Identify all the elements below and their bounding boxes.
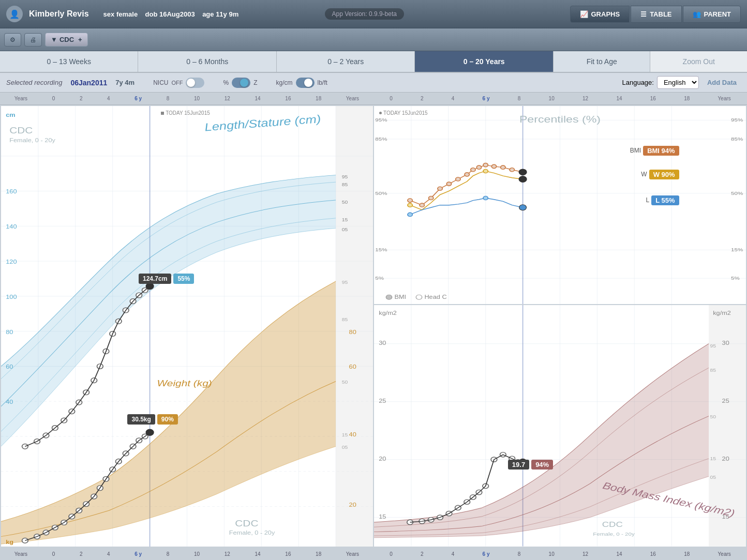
svg-text:BMI: BMI bbox=[394, 295, 406, 300]
length-value: 124.7cm bbox=[139, 274, 171, 284]
svg-point-122 bbox=[501, 165, 505, 169]
parent-button[interactable]: 👥 PARENT bbox=[683, 6, 741, 23]
language-selector: Language: English bbox=[622, 76, 698, 89]
svg-text:85: 85 bbox=[710, 368, 716, 373]
svg-text:60: 60 bbox=[349, 364, 357, 370]
length-percentile: 55% bbox=[173, 274, 194, 284]
svg-text:95: 95 bbox=[342, 174, 348, 179]
nicu-toggle[interactable] bbox=[186, 78, 204, 88]
svg-text:95%: 95% bbox=[375, 117, 387, 123]
svg-text:kg/m2: kg/m2 bbox=[379, 310, 397, 316]
sex-label: sex bbox=[103, 10, 116, 18]
weight-value: 30.5kg bbox=[127, 414, 155, 425]
settings-button[interactable]: ⚙ bbox=[4, 33, 21, 47]
svg-point-127 bbox=[519, 176, 527, 182]
svg-point-121 bbox=[491, 164, 496, 168]
pct-toggle-group: % Z bbox=[223, 78, 257, 88]
svg-point-120 bbox=[483, 163, 488, 167]
svg-text:95%: 95% bbox=[731, 117, 743, 123]
svg-text:CDC: CDC bbox=[602, 520, 623, 529]
nicu-toggle-group: NICU OFF bbox=[153, 78, 204, 88]
parent-icon: 👥 bbox=[693, 10, 701, 18]
dropdown-icon: ▼ bbox=[51, 36, 57, 43]
svg-text:60: 60 bbox=[6, 364, 13, 370]
weight-badge: W W 90% bbox=[641, 170, 679, 179]
svg-text:kg: kg bbox=[6, 539, 13, 545]
graphs-button[interactable]: 📈 GRAPHS bbox=[570, 6, 630, 23]
pct-label: % bbox=[223, 79, 229, 86]
svg-text:15%: 15% bbox=[375, 247, 387, 252]
svg-text:kg/m2: kg/m2 bbox=[713, 310, 731, 316]
unit-toggle[interactable] bbox=[296, 78, 315, 88]
svg-text:95: 95 bbox=[342, 280, 348, 285]
svg-text:80: 80 bbox=[349, 329, 357, 335]
svg-point-111 bbox=[408, 199, 412, 202]
svg-point-125 bbox=[408, 203, 412, 207]
svg-text:Weight (kg): Weight (kg) bbox=[157, 379, 212, 388]
patient-name: Kimberly Revis bbox=[29, 9, 89, 19]
add-data-button[interactable]: Add Data bbox=[707, 79, 737, 86]
tab-13weeks[interactable]: 0 – 13 Weeks bbox=[0, 51, 138, 72]
svg-text:20: 20 bbox=[722, 457, 729, 462]
svg-point-115 bbox=[446, 182, 451, 186]
x-axis-top: Years 0 2 4 6 y 8 10 12 14 16 18 Years 0… bbox=[0, 93, 747, 105]
avatar: 👤 bbox=[6, 6, 23, 22]
header: 👤 Kimberly Revis sex female dob 16Aug200… bbox=[0, 0, 747, 28]
svg-text:15: 15 bbox=[342, 217, 348, 222]
svg-text:Female, 0 - 20y: Female, 0 - 20y bbox=[229, 529, 275, 536]
lang-label: Language: bbox=[622, 79, 653, 86]
pct-toggle[interactable] bbox=[232, 78, 250, 88]
svg-point-134 bbox=[416, 295, 422, 299]
cdc-selector[interactable]: ▼ CDC + bbox=[45, 33, 88, 47]
svg-point-117 bbox=[465, 173, 469, 176]
svg-text:20: 20 bbox=[379, 457, 386, 462]
svg-point-114 bbox=[438, 187, 442, 190]
svg-text:Female, 0 - 20y: Female, 0 - 20y bbox=[9, 137, 55, 143]
svg-text:140: 140 bbox=[6, 223, 17, 230]
right-axis-top: 0 2 4 6 y 8 10 12 14 16 18 Years bbox=[374, 96, 747, 101]
svg-point-129 bbox=[483, 196, 488, 200]
length-tooltip: 124.7cm 55% bbox=[139, 274, 194, 284]
svg-text:Female, 0 - 20y: Female, 0 - 20y bbox=[593, 532, 635, 537]
svg-text:15: 15 bbox=[342, 432, 348, 437]
zoom-out-button[interactable]: Zoom Out bbox=[650, 51, 747, 72]
svg-text:Percentiles (%): Percentiles (%) bbox=[519, 114, 601, 124]
nicu-off-label: OFF bbox=[171, 80, 183, 86]
right-top-chart: TODAY 15Jun2015 95% 95% 85% 85% 50% 50% … bbox=[374, 106, 746, 304]
svg-text:15: 15 bbox=[710, 457, 716, 462]
dob-value: 16Aug2003 bbox=[159, 10, 195, 18]
tab-20years[interactable]: 0 – 20 Years bbox=[415, 51, 553, 72]
svg-point-130 bbox=[519, 205, 527, 210]
svg-text:15: 15 bbox=[379, 514, 386, 520]
svg-text:25: 25 bbox=[379, 399, 386, 404]
print-button[interactable]: 🖨 bbox=[24, 33, 42, 47]
weight-percentile: 90% bbox=[157, 414, 178, 425]
svg-text:cm: cm bbox=[6, 112, 15, 118]
svg-text:100: 100 bbox=[6, 294, 17, 300]
svg-text:25: 25 bbox=[722, 399, 729, 404]
svg-point-112 bbox=[420, 203, 424, 207]
table-button[interactable]: ☰ TABLE bbox=[631, 6, 681, 23]
bmi-pct: 94% bbox=[531, 460, 553, 470]
lang-dropdown[interactable]: English bbox=[657, 76, 699, 89]
svg-point-118 bbox=[471, 168, 475, 172]
right-bottom-chart: 30 25 20 15 30 25 20 15 95 85 50 15 05 k… bbox=[374, 305, 746, 547]
right-bottom-axis: 0 2 4 6 y 8 10 12 14 16 18 Years bbox=[374, 551, 747, 557]
age-label: age bbox=[202, 10, 216, 18]
svg-point-39 bbox=[146, 283, 154, 290]
recording-age: 7y 4m bbox=[115, 79, 135, 86]
svg-point-123 bbox=[510, 168, 514, 172]
fit-to-age-button[interactable]: Fit to Age bbox=[554, 51, 651, 72]
svg-text:05: 05 bbox=[342, 227, 348, 232]
svg-text:Length/Stature (cm): Length/Stature (cm) bbox=[204, 113, 321, 133]
x-axis-bottom: Years 0 2 4 6 y 8 10 12 14 16 18 Years 0… bbox=[0, 548, 747, 560]
recording-bar: Selected recording 06Jan2011 7y 4m NICU … bbox=[0, 73, 747, 93]
right-bottom-svg: 30 25 20 15 30 25 20 15 95 85 50 15 05 k… bbox=[374, 305, 746, 547]
svg-point-116 bbox=[456, 177, 460, 181]
tab-2years[interactable]: 0 – 2 Years bbox=[277, 51, 415, 72]
bmi-value-tooltip: 19.7 94% bbox=[508, 460, 553, 470]
svg-text:85%: 85% bbox=[375, 137, 387, 142]
right-panel: TODAY 15Jun2015 95% 95% 85% 85% 50% 50% … bbox=[374, 106, 746, 547]
tab-6months[interactable]: 0 – 6 Months bbox=[138, 51, 276, 72]
svg-point-132 bbox=[386, 295, 392, 299]
